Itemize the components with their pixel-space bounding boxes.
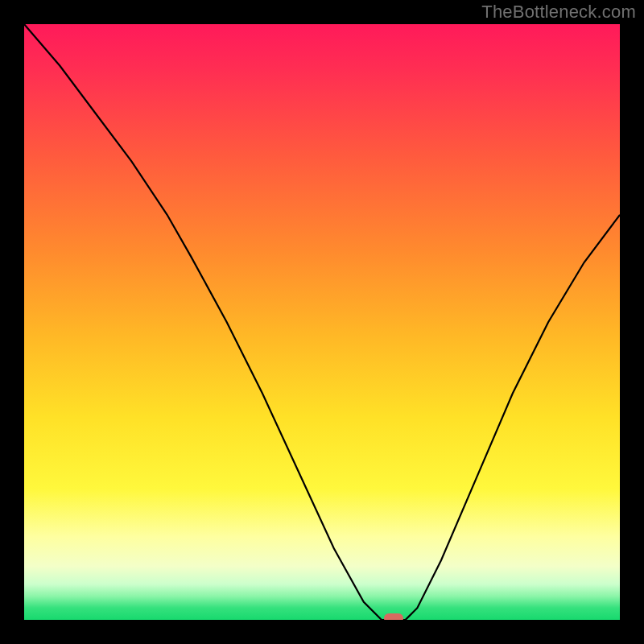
plot-area bbox=[24, 24, 620, 620]
watermark-label: TheBottleneck.com bbox=[481, 2, 636, 23]
chart-frame: TheBottleneck.com bbox=[0, 0, 644, 644]
curve-path bbox=[24, 24, 620, 620]
bottleneck-curve bbox=[24, 24, 620, 620]
minimum-marker bbox=[384, 613, 403, 620]
